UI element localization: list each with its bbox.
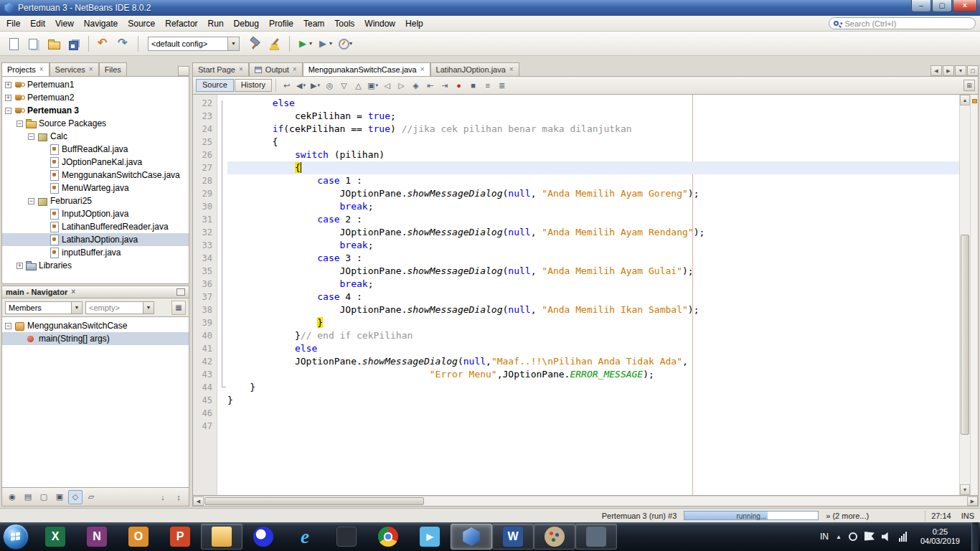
show-desktop-button[interactable] [971, 522, 979, 551]
code-line-27[interactable]: { [227, 161, 959, 174]
previous-bookmark-button[interactable]: ◁ [380, 79, 394, 93]
code-line-29[interactable]: JOptionPane.showMessageDialog(null, "And… [227, 187, 959, 200]
warning-mark[interactable] [972, 99, 977, 103]
action-center-flag-icon[interactable] [864, 532, 875, 542]
search-input[interactable] [845, 19, 971, 28]
tab-list-icon[interactable]: ▼ [955, 65, 966, 76]
menu-view[interactable]: View [50, 17, 79, 30]
find-next-occurrence-button[interactable]: ▽ [337, 79, 351, 93]
close-icon[interactable]: × [509, 67, 514, 72]
menu-file[interactable]: File [1, 17, 25, 30]
tab-services[interactable]: Services× [50, 62, 99, 76]
expander-icon[interactable]: − [28, 198, 34, 204]
code-lines-container[interactable]: else cekPilihan = true; if(cekPilihan ==… [227, 95, 959, 495]
close-icon[interactable]: × [293, 67, 297, 72]
scroll-up-icon[interactable]: ▲ [960, 95, 970, 105]
project-tree-item[interactable]: BuffReadKal.java [2, 143, 189, 156]
project-tree-item[interactable]: LatihanBufferedReader.java [2, 220, 189, 233]
menu-run[interactable]: Run [203, 17, 229, 30]
taskbar-internet-explorer-button[interactable]: e [284, 524, 326, 550]
edit-filters-button[interactable]: ▱ [84, 490, 98, 504]
next-bookmark-button[interactable]: ▷ [395, 79, 408, 93]
sort-alphabetically-button[interactable]: ↓ [156, 490, 170, 504]
close-icon[interactable]: × [420, 67, 425, 72]
filter-button[interactable]: ◇ [68, 490, 83, 504]
expander-icon[interactable]: − [28, 133, 34, 140]
find-previous-occurrence-button[interactable]: △ [352, 79, 365, 93]
taskbar-word-button[interactable]: W [492, 524, 534, 550]
project-tree-item[interactable]: −Calc [2, 130, 189, 143]
show-static-members-button[interactable]: ▣ [52, 490, 67, 504]
project-tree-item[interactable]: −Source Packages [2, 117, 189, 130]
project-tree-item[interactable]: +Pertemuan1 [2, 78, 189, 91]
redo-button[interactable] [114, 34, 133, 53]
save-all-button[interactable] [65, 34, 83, 53]
show-inherited-button[interactable]: ◉ [5, 490, 19, 504]
tab-latihanjoption-java[interactable]: LatihanJOption.java× [430, 62, 519, 76]
tab-output[interactable]: Output× [249, 62, 303, 76]
start-macro-recording-button[interactable]: ● [452, 79, 466, 93]
scroll-tabs-left-icon[interactable]: ◀ [930, 65, 942, 76]
maximize-button[interactable]: ▢ [932, 0, 952, 12]
code-line-36[interactable]: break; [227, 278, 959, 291]
taskbar-netbeans-button[interactable] [451, 524, 492, 550]
project-tree-item[interactable]: MenggunakanSwitchCase.java [2, 169, 189, 182]
start-button[interactable] [3, 524, 29, 550]
code-line-39[interactable]: } [227, 316, 959, 329]
menu-navigate[interactable]: Navigate [79, 17, 123, 30]
sort-by-source-button[interactable]: ↕ [171, 490, 186, 504]
show-fields-button[interactable]: ▤ [21, 490, 35, 504]
menu-profile[interactable]: Profile [264, 17, 298, 30]
navigator-view-button[interactable]: ▦ [171, 301, 186, 315]
language-indicator[interactable]: IN [820, 532, 829, 542]
code-line-40[interactable]: }// end if cekPilihan [227, 329, 959, 342]
tab-menggunakanswitchcase-java[interactable]: MenggunakanSwitchCase.java× [303, 62, 430, 76]
code-line-31[interactable]: case 2 : [227, 213, 959, 226]
code-line-37[interactable]: case 4 : [227, 291, 959, 303]
menu-debug[interactable]: Debug [229, 17, 264, 30]
shift-line-right-button[interactable]: ⇥ [438, 79, 451, 93]
error-stripe[interactable] [970, 95, 978, 495]
code-line-44[interactable]: } [227, 381, 959, 394]
menu-edit[interactable]: Edit [25, 17, 50, 30]
taskbar-file-explorer-button[interactable] [201, 524, 242, 550]
taskbar-editor-app-button[interactable] [575, 524, 617, 550]
last-edit-button[interactable]: ↩ [280, 79, 293, 93]
code-line-34[interactable]: case 3 : [227, 252, 959, 265]
maximize-document-icon[interactable]: ▢ [967, 65, 979, 76]
code-line-28[interactable]: case 1 : [227, 174, 959, 187]
menu-refactor[interactable]: Refactor [160, 17, 202, 30]
code-line-22[interactable]: else [227, 97, 959, 110]
project-tree-item[interactable]: +Pertemuan2 [2, 91, 189, 104]
vertical-scroll-thumb[interactable] [961, 235, 969, 435]
expander-icon[interactable]: + [5, 95, 11, 101]
close-icon[interactable]: × [39, 67, 44, 72]
volume-icon[interactable] [882, 532, 892, 542]
expander-icon[interactable]: − [5, 108, 11, 114]
code-line-43[interactable]: "Error Menu",JOptionPane.ERROR_MESSAGE); [227, 368, 959, 381]
code-line-41[interactable]: else [227, 342, 959, 355]
navigator-close-icon[interactable]: × [71, 289, 75, 295]
close-icon[interactable]: × [89, 67, 93, 72]
project-tree-item[interactable]: −Februari25 [2, 194, 189, 207]
find-selection-button[interactable]: ◎ [323, 79, 336, 93]
taskbar-clock[interactable]: 0:25 04/03/2019 [916, 527, 964, 546]
uncomment-lines-button[interactable]: ≣ [495, 79, 509, 93]
expander-icon[interactable]: + [5, 82, 11, 88]
close-icon[interactable]: × [239, 67, 243, 72]
horizontal-scrollbar[interactable]: ◀ ▶ [192, 496, 979, 507]
open-project-button[interactable] [44, 34, 63, 53]
code-line-26[interactable]: switch (pilihan) [227, 149, 959, 161]
scroll-right-icon[interactable]: ▶ [967, 496, 978, 506]
code-line-23[interactable]: cekPilihan = true; [227, 110, 959, 123]
stop-macro-recording-button[interactable]: ■ [466, 79, 480, 93]
tray-app-icon[interactable] [849, 532, 857, 541]
menu-tools[interactable]: Tools [329, 17, 359, 30]
run-project-button[interactable]: ▾ [295, 34, 314, 53]
expander-icon[interactable]: − [17, 121, 23, 127]
scroll-left-icon[interactable]: ◀ [193, 496, 204, 506]
code-line-47[interactable] [227, 420, 959, 433]
menu-help[interactable]: Help [400, 17, 428, 30]
quick-search[interactable]: ▾ [829, 17, 976, 29]
code-line-25[interactable]: { [227, 136, 959, 149]
